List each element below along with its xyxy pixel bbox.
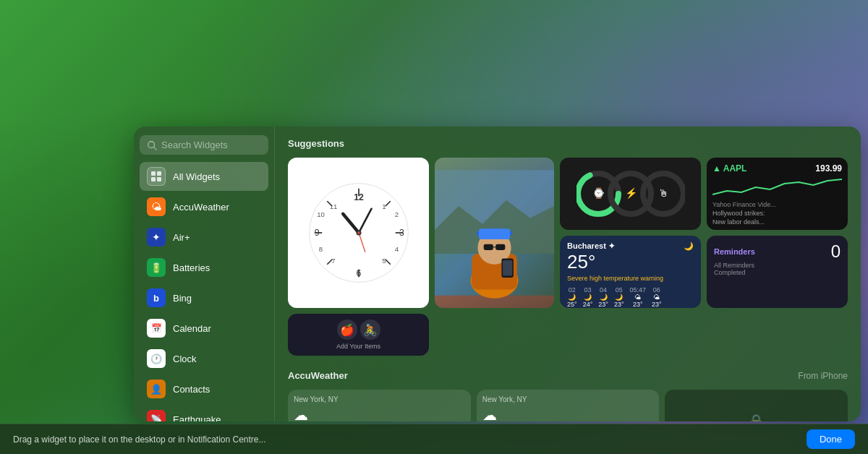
accu-card-1[interactable]: New York, NY ☁ [477, 390, 660, 421]
sidebar-item-earthquake[interactable]: 📡 Earthquake [140, 405, 268, 421]
batteries-icon: 🔋 [147, 258, 166, 277]
svg-text:11: 11 [329, 202, 337, 210]
svg-text:1: 1 [382, 202, 386, 210]
stock-widget[interactable]: ▲ AAPL 193.99 Yahoo Finance Vide... Holl… [707, 158, 848, 230]
sidebar-label-all-widgets: All Widgets [173, 171, 220, 182]
sidebar-item-clock[interactable]: 🕐 Clock [140, 344, 268, 373]
svg-text:⚡: ⚡ [624, 187, 637, 200]
sidebar-item-batteries[interactable]: 🔋 Batteries [140, 253, 268, 282]
svg-text:⌚: ⌚ [592, 187, 605, 200]
stock-ticker: ▲ AAPL [712, 163, 746, 174]
reminders-status: Completed [714, 269, 841, 276]
forecast-item-2: 04 🌙 23° [598, 286, 608, 308]
sidebar-item-contacts[interactable]: 👤 Contacts [140, 374, 268, 403]
sidebar-label-contacts: Contacts [173, 384, 210, 395]
search-bar[interactable] [140, 135, 268, 155]
svg-text:3: 3 [399, 228, 404, 238]
sidebar: All Widgets 🌤 AccuWeather ✦ Air+ 🔋 Batte… [134, 127, 275, 421]
stock-price: 193.99 [815, 163, 842, 174]
photo-widget[interactable] [435, 158, 554, 308]
weather-forecast: 02 🌙 25° 03 🌙 24° 04 🌙 23° [567, 286, 694, 308]
photo-inner [435, 158, 554, 308]
watch-rings: ⌚ ⚡ 🖱 [576, 161, 685, 226]
done-button[interactable]: Done [807, 429, 855, 449]
svg-rect-41 [495, 244, 505, 250]
weather-widget[interactable]: Bucharest ✦ 🌙 25° Severe high temperatur… [560, 236, 701, 308]
stock-source: Yahoo Finance Vide... [712, 201, 842, 208]
accuweather-icon: 🌤 [147, 197, 166, 216]
search-input[interactable] [161, 140, 261, 150]
svg-rect-5 [157, 177, 161, 181]
earthquake-icon: 📡 [147, 410, 166, 421]
all-widgets-icon [147, 167, 166, 186]
reminders-widget[interactable]: Reminders 0 All Reminders Completed [707, 236, 848, 308]
svg-text:6: 6 [356, 268, 361, 278]
reminders-header: Reminders 0 [714, 241, 841, 262]
sidebar-label-bing: Bing [173, 293, 192, 304]
food-icons: 🍎 🚴 [337, 320, 380, 340]
forecast-item-0: 02 🌙 25° [567, 286, 577, 308]
weather-city: Bucharest ✦ 🌙 [567, 241, 694, 251]
forecast-item-5: 06 🌤 23° [652, 286, 662, 308]
search-icon [147, 140, 157, 150]
clock-icon: 🕐 [147, 349, 166, 368]
accuweather-source: From iPhone [798, 371, 848, 381]
food-icon-1: 🍎 [337, 320, 357, 340]
sidebar-item-all-widgets[interactable]: All Widgets [140, 162, 268, 191]
weather-moon-icon: 🌙 [684, 241, 694, 251]
sidebar-item-accuweather[interactable]: 🌤 AccuWeather [140, 192, 268, 221]
svg-text:12: 12 [354, 192, 364, 202]
reminders-title: Reminders [714, 247, 755, 256]
food-icon-2: 🚴 [360, 320, 380, 340]
accuweather-title: AccuWeather [288, 370, 348, 381]
food-widget[interactable]: 🍎 🚴 Add Your Items [288, 314, 429, 356]
svg-rect-3 [157, 171, 161, 176]
suggestions-header: Suggestions [288, 138, 848, 149]
widget-panel: All Widgets 🌤 AccuWeather ✦ Air+ 🔋 Batte… [134, 127, 861, 421]
reminders-count: 0 [831, 241, 841, 262]
sidebar-item-air[interactable]: ✦ Air+ [140, 223, 268, 252]
stock-chart [712, 176, 842, 198]
svg-text:9: 9 [314, 228, 319, 238]
sidebar-label-air: Air+ [173, 232, 190, 243]
reminders-subtitle: All Reminders [714, 262, 841, 269]
accu-icon-0: ☁ [294, 406, 465, 421]
accu-icon-1: ☁ [482, 406, 654, 421]
svg-text:8: 8 [318, 245, 322, 253]
suggestions-title: Suggestions [288, 138, 344, 149]
accuweather-header: AccuWeather From iPhone [288, 370, 848, 381]
accu-card-0[interactable]: New York, NY ☁ [288, 390, 471, 421]
air-icon: ✦ [147, 228, 166, 247]
svg-rect-4 [151, 177, 156, 181]
sidebar-item-bing[interactable]: b Bing [140, 283, 268, 312]
accu-city-0: New York, NY [294, 395, 465, 403]
sidebar-label-clock: Clock [173, 354, 197, 364]
sidebar-item-calendar[interactable]: 📅 Calendar [140, 314, 268, 343]
svg-rect-2 [151, 171, 156, 176]
calendar-icon: 📅 [147, 319, 166, 338]
svg-line-1 [154, 147, 157, 150]
svg-rect-44 [503, 260, 512, 275]
svg-point-31 [357, 231, 360, 234]
accu-card-2[interactable]: 🔒 [665, 390, 848, 421]
stock-news-1: Hollywood strikes: [712, 210, 842, 218]
sidebar-label-earthquake: Earthquake [173, 414, 221, 422]
accu-grid: New York, NY ☁ New York, NY ☁ 🔒 [288, 390, 848, 421]
svg-text:🖱: 🖱 [658, 187, 668, 199]
contacts-icon: 👤 [147, 380, 166, 398]
bottom-hint: Drag a widget to place it on the desktop… [13, 434, 266, 445]
accu-lock-icon: 🔒 [747, 413, 765, 421]
stock-header: ▲ AAPL 193.99 [712, 163, 842, 174]
stock-news-2: New labor deals... [712, 218, 842, 227]
forecast-item-1: 03 🌙 24° [583, 286, 593, 308]
svg-text:7: 7 [331, 257, 335, 265]
food-label: Add Your Items [336, 343, 380, 350]
clock-widget[interactable]: 12 6 3 9 1 2 4 5 7 8 10 11 [288, 158, 429, 308]
svg-text:5: 5 [382, 257, 386, 265]
bottom-bar: Drag a widget to place it on the desktop… [0, 424, 868, 454]
watch-widget[interactable]: ⌚ ⚡ 🖱 [560, 158, 701, 230]
sidebar-label-batteries: Batteries [173, 262, 210, 273]
bing-icon: b [147, 288, 166, 307]
weather-warning: Severe high temperature warning [567, 275, 694, 282]
main-content: Suggestions [275, 127, 861, 421]
